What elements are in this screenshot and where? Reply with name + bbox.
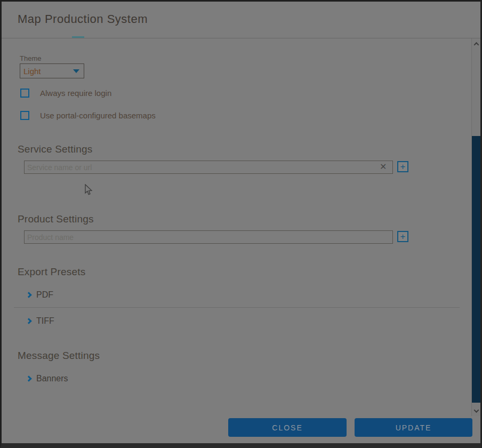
expandable-row-pdf[interactable]: PDF xyxy=(27,290,53,300)
chevron-right-icon xyxy=(26,375,31,381)
scrolled-element-fragment xyxy=(72,36,84,38)
mouse-cursor-icon xyxy=(84,184,93,198)
theme-selected-value: Light xyxy=(23,67,73,76)
product-name-input[interactable] xyxy=(24,230,393,244)
product-settings-heading: Product Settings xyxy=(18,213,94,225)
service-name-input[interactable] xyxy=(24,161,393,174)
row-label: PDF xyxy=(36,290,53,300)
checkbox-label: Use portal-configured basemaps xyxy=(40,111,156,120)
message-settings-heading: Message Settings xyxy=(18,350,100,362)
expandable-row-tiff[interactable]: TIFF xyxy=(27,316,54,326)
row-label: TIFF xyxy=(36,316,54,326)
plus-icon: + xyxy=(400,232,406,241)
plus-icon: + xyxy=(400,162,406,171)
checkbox-label: Always require login xyxy=(40,89,111,98)
chevron-down-icon xyxy=(473,407,479,413)
update-button[interactable]: UPDATE xyxy=(355,418,472,437)
add-service-button[interactable]: + xyxy=(397,161,408,172)
service-settings-heading: Service Settings xyxy=(18,143,93,155)
theme-dropdown[interactable]: Light xyxy=(20,63,84,78)
chevron-up-icon xyxy=(473,42,479,47)
checkbox-portal-basemaps[interactable] xyxy=(20,111,29,120)
scroll-down-button[interactable] xyxy=(472,405,480,416)
chevron-right-icon xyxy=(26,318,31,324)
expandable-row-banners[interactable]: Banners xyxy=(27,374,68,383)
theme-label: Theme xyxy=(20,54,41,62)
chevron-down-icon xyxy=(73,69,79,73)
clear-icon[interactable]: ✕ xyxy=(380,162,387,172)
chevron-right-icon xyxy=(26,292,31,298)
checkbox-always-require-login[interactable] xyxy=(20,89,29,98)
close-button[interactable]: CLOSE xyxy=(228,418,347,437)
dialog-map-production-system: Map Production System Theme Light Always… xyxy=(0,0,482,448)
titlebar-divider xyxy=(2,38,480,38)
add-product-button[interactable]: + xyxy=(397,231,408,242)
scroll-up-button[interactable] xyxy=(472,38,480,49)
page-title: Map Production System xyxy=(18,12,148,26)
row-label: Banners xyxy=(36,374,68,383)
vertical-scrollbar[interactable] xyxy=(471,38,480,416)
export-presets-heading: Export Presets xyxy=(18,266,85,278)
scrollbar-thumb[interactable] xyxy=(472,136,480,403)
row-divider xyxy=(14,307,460,308)
